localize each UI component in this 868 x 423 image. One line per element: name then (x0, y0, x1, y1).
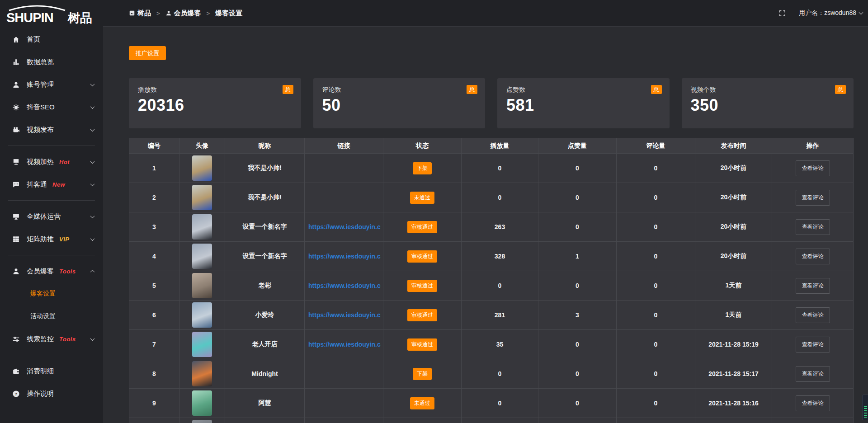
sidebar-item[interactable]: 抖音SEO (0, 96, 103, 118)
row-id: 3 (129, 212, 179, 242)
plays-count (462, 418, 538, 423)
breadcrumb-item[interactable]: 爆客设置 (215, 9, 242, 18)
brand-logo[interactable]: SHUPIN 树品 (0, 0, 103, 28)
avatar[interactable] (192, 273, 212, 298)
sidebar-item[interactable]: 消费明细 (0, 360, 103, 382)
table-header-cell: 操作 (772, 138, 853, 154)
sidebar-item[interactable]: 全媒体运营 (0, 205, 103, 228)
view-comments-button[interactable]: 查看评论 (796, 190, 830, 206)
likes-count (538, 418, 617, 423)
view-comments-button[interactable]: 查看评论 (796, 395, 830, 411)
sidebar-item-label: 数据总览 (27, 58, 54, 66)
avatar[interactable] (192, 155, 212, 181)
view-comments-button[interactable]: 查看评论 (796, 278, 830, 294)
comments-count: 0 (617, 154, 695, 183)
likes-count: 0 (538, 389, 617, 418)
sidebar-subitem[interactable]: 活动设置 (0, 305, 103, 328)
plays-count: 0 (462, 183, 538, 212)
likes-count: 0 (538, 271, 617, 301)
breadcrumb-separator: > (207, 10, 210, 17)
status-badge: 审核通过 (407, 221, 437, 233)
view-comments-button[interactable]: 查看评论 (796, 337, 830, 352)
sidebar-item-label: 视频加热 (27, 158, 54, 166)
row-id: 4 (129, 242, 179, 271)
sidebar-divider (8, 146, 95, 146)
monitor-icon (12, 212, 20, 221)
sidebar-item[interactable]: 线索监控 Tools (0, 328, 103, 350)
sidebar-item[interactable]: 账号管理 (0, 73, 103, 96)
user-icon (12, 80, 20, 89)
plays-count: 0 (462, 271, 538, 301)
sidebar-item[interactable]: 首页 (0, 28, 103, 51)
chevron-down-icon (90, 182, 95, 186)
user-menu[interactable]: 用户名：zswodun88 (799, 9, 863, 17)
main-content: 推广设置 播放数 20316 总 评论数 50 总 点赞数 581 总 视频个数… (129, 27, 854, 423)
avatar[interactable] (192, 214, 212, 240)
profile-link[interactable]: https://www.iesdouyin.c (308, 253, 381, 260)
avatar[interactable] (192, 244, 212, 269)
table-row: 9 阿慧 未通过 0 0 0 2021-11-28 15:16 查看评论 (129, 389, 853, 418)
view-comments-button[interactable]: 查看评论 (796, 366, 830, 382)
fullscreen-icon[interactable] (778, 9, 786, 17)
status-badge: 审核通过 (407, 338, 437, 351)
sidebar-item[interactable]: 矩阵助推 VIP (0, 228, 103, 250)
sidebar-item-label: 矩阵助推 (27, 235, 54, 244)
comments-count: 0 (617, 183, 695, 212)
row-id: 1 (129, 154, 179, 183)
table-row: 5 老彬 https://www.iesdouyin.c 审核通过 0 0 0 … (129, 271, 853, 301)
sidebar-item-label: 抖客通 (27, 180, 47, 189)
sidebar-item[interactable]: 视频发布 (0, 118, 103, 141)
nickname: 我不是小帅! (225, 183, 305, 212)
view-comments-button[interactable]: 查看评论 (796, 160, 830, 176)
sidebar-menu: 首页 数据总览 账号管理 抖音SEO 视频发布 (0, 28, 103, 405)
nickname: 老人开店 (225, 330, 305, 359)
sidebar-item[interactable]: 视频加热 Hot (0, 150, 103, 173)
plays-count: 0 (462, 389, 538, 418)
avatar[interactable] (192, 302, 212, 328)
breadcrumb-item[interactable]: 会员爆客 (165, 9, 201, 18)
breadcrumb-item[interactable]: 树品 (129, 9, 151, 18)
display-icon (12, 158, 20, 166)
sidebar-subitem[interactable]: 爆客设置 (0, 282, 103, 305)
profile-link[interactable]: https://www.iesdouyin.c (308, 282, 381, 289)
sidebar-item-label: 会员爆客 (27, 267, 54, 276)
avatar[interactable] (192, 390, 212, 416)
view-comments-button[interactable]: 查看评论 (796, 219, 830, 235)
profile-link[interactable]: https://www.iesdouyin.c (308, 341, 381, 348)
floating-widget[interactable] (862, 395, 868, 420)
avatar[interactable] (192, 332, 212, 357)
comments-count: 0 (617, 242, 695, 271)
sidebar-item-label: 消费明细 (27, 367, 54, 376)
user-icon (12, 267, 20, 275)
sidebar-item[interactable]: 抖客通 New (0, 173, 103, 196)
view-comments-button[interactable]: 查看评论 (796, 249, 830, 264)
breadcrumb-label: 爆客设置 (215, 9, 242, 18)
comments-count: 0 (617, 389, 695, 418)
floating-widget-stripes (864, 406, 867, 418)
publish-time: 1天前 (695, 301, 772, 330)
stat-card-value: 20316 (138, 96, 292, 115)
sidebar-item[interactable]: 数据总览 (0, 51, 103, 73)
publish-time: 1天前 (695, 271, 772, 301)
likes-count: 1 (538, 242, 617, 271)
avatar[interactable] (192, 420, 212, 423)
sidebar-item[interactable]: 会员爆客 Tools (0, 260, 103, 282)
stat-card-value: 50 (322, 96, 476, 115)
app-icon (129, 10, 135, 16)
chevron-down-icon (90, 82, 95, 86)
profile-link[interactable]: https://www.iesdouyin.c (308, 311, 381, 319)
comments-count: 0 (617, 359, 695, 389)
username-label: 用户名：zswodun88 (799, 9, 856, 17)
avatar[interactable] (192, 185, 212, 210)
nickname: 老彬 (225, 271, 305, 301)
breadcrumb-separator: > (156, 10, 160, 17)
avatar[interactable] (192, 361, 212, 386)
sidebar-item-badge: Tools (59, 336, 76, 343)
sidebar-item[interactable]: ? 操作说明 (0, 382, 103, 405)
svg-text:?: ? (14, 391, 17, 396)
stat-card-value: 581 (506, 96, 660, 115)
profile-link[interactable]: https://www.iesdouyin.c (308, 223, 381, 230)
comments-count: 0 (617, 271, 695, 301)
view-comments-button[interactable]: 查看评论 (796, 307, 830, 323)
promotion-settings-button[interactable]: 推广设置 (129, 46, 166, 60)
